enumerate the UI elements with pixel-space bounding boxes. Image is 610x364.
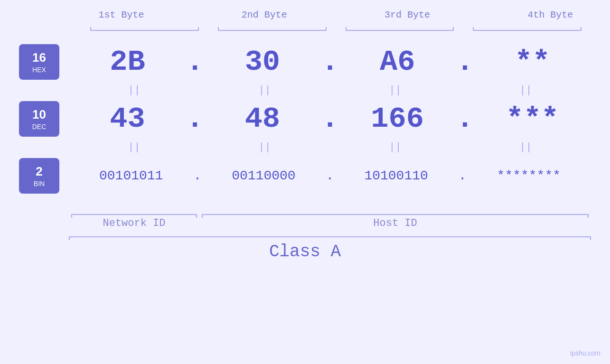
byte1-header: 1st Byte xyxy=(50,9,193,20)
bin-byte3: 10100110 xyxy=(334,168,458,183)
hex-row: 16 HEX 2B . 30 . A6 . ** xyxy=(19,44,591,80)
hex-badge: 16 HEX xyxy=(19,44,59,80)
eq2-b1: || xyxy=(69,141,199,153)
dec-base-number: 10 xyxy=(32,107,46,122)
main-container: 1st Byte 2nd Byte 3rd Byte 4th Byte 16 H… xyxy=(0,0,610,364)
dec-byte3: 166 xyxy=(339,102,456,136)
watermark: ipshu.com xyxy=(570,349,601,357)
dec-dot3: . xyxy=(456,102,474,136)
bottom-section: Network ID Host ID xyxy=(19,205,591,229)
dec-badge: 10 DEC xyxy=(19,101,59,137)
bin-values: 00101011 . 00110000 . 10100110 . *******… xyxy=(69,168,591,183)
eq1-b4: || xyxy=(460,84,591,96)
class-label: Class A xyxy=(19,242,591,261)
equals-row-2: || || || || xyxy=(69,141,591,153)
bin-dot2: . xyxy=(326,168,334,183)
bin-byte2: 00110000 xyxy=(201,168,326,183)
equals-row-1: || || || || xyxy=(69,84,591,96)
bracket-4 xyxy=(468,25,586,35)
bin-base-label: BIN xyxy=(34,180,45,187)
id-labels: Network ID Host ID xyxy=(69,217,591,229)
hex-base-label: HEX xyxy=(32,66,46,74)
hex-dot2: . xyxy=(321,45,338,79)
bracket-2 xyxy=(213,25,331,35)
bracket-3 xyxy=(341,25,459,35)
dec-dot2: . xyxy=(321,102,338,136)
byte3-header: 3rd Byte xyxy=(336,9,479,20)
byte2-header: 2nd Byte xyxy=(193,9,336,20)
dec-values: 43 . 48 . 166 . *** xyxy=(69,102,591,136)
bracket-1 xyxy=(85,25,204,35)
hex-dot3: . xyxy=(456,45,474,79)
dec-byte2: 48 xyxy=(204,102,321,136)
hex-byte1: 2B xyxy=(69,45,186,79)
eq2-b2: || xyxy=(199,141,330,153)
class-section: Class A xyxy=(19,236,591,261)
bin-base-number: 2 xyxy=(36,164,42,179)
dec-dot1: . xyxy=(186,102,204,136)
bin-byte1: 00101011 xyxy=(69,168,193,183)
eq1-b2: || xyxy=(199,84,330,96)
dec-base-label: DEC xyxy=(32,123,47,131)
bottom-brackets xyxy=(69,205,591,215)
eq2-b3: || xyxy=(330,141,460,153)
top-bracket-row xyxy=(81,25,591,35)
bin-byte4: ******** xyxy=(467,168,591,183)
hex-byte2: 30 xyxy=(204,45,321,79)
eq2-b4: || xyxy=(460,141,591,153)
hex-values: 2B . 30 . A6 . ** xyxy=(69,45,591,79)
dec-byte4: *** xyxy=(474,102,591,136)
eq1-b1: || xyxy=(69,84,199,96)
bin-dot1: . xyxy=(193,168,201,183)
class-bracket xyxy=(69,236,591,237)
dec-byte1: 43 xyxy=(69,102,186,136)
byte4-header: 4th Byte xyxy=(479,9,610,20)
eq1-b3: || xyxy=(330,84,460,96)
bin-row: 2 BIN 00101011 . 00110000 . 10100110 . *… xyxy=(19,158,591,194)
bin-dot3: . xyxy=(459,168,467,183)
hex-base-number: 16 xyxy=(32,50,46,65)
hex-dot1: . xyxy=(186,45,204,79)
dec-row: 10 DEC 43 . 48 . 166 . *** xyxy=(19,101,591,137)
hex-byte3: A6 xyxy=(339,45,456,79)
network-id-label: Network ID xyxy=(69,217,199,229)
byte-headers: 1st Byte 2nd Byte 3rd Byte 4th Byte xyxy=(50,9,610,20)
host-bracket xyxy=(199,205,591,215)
bin-badge: 2 BIN xyxy=(19,158,59,194)
network-bracket xyxy=(69,205,199,215)
host-id-label: Host ID xyxy=(199,217,591,229)
hex-byte4: ** xyxy=(474,45,591,79)
